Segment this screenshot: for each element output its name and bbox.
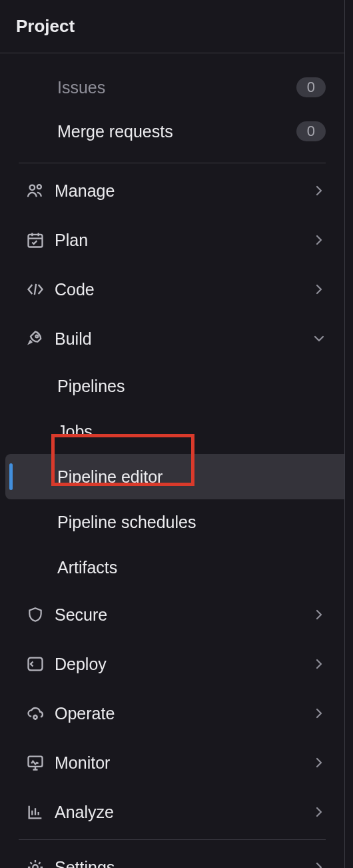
calendar-icon (16, 231, 55, 249)
rocket-icon (16, 329, 55, 348)
issues-count-badge: 0 (296, 77, 326, 97)
nav-build-pipelines[interactable]: Pipelines (0, 363, 344, 409)
nav-settings-label: Settings (55, 858, 310, 869)
nav-build-pipeline-schedules[interactable]: Pipeline schedules (0, 499, 344, 545)
nav-settings[interactable]: Settings (0, 843, 344, 868)
nav-manage[interactable]: Manage (0, 166, 344, 215)
chevron-right-icon (310, 284, 328, 295)
nav-secure-label: Secure (55, 605, 310, 625)
project-title: Project (16, 16, 75, 36)
code-icon (16, 280, 55, 299)
nav-operate-label: Operate (55, 704, 310, 723)
svg-point-7 (33, 865, 37, 868)
deploy-icon (16, 655, 55, 673)
nav-issues[interactable]: Issues 0 (0, 65, 344, 109)
svg-point-1 (37, 185, 41, 189)
svg-point-0 (30, 185, 35, 190)
nav-build-artifacts[interactable]: Artifacts (0, 545, 344, 590)
svg-point-3 (35, 335, 38, 338)
pinned-section: Issues 0 Merge requests 0 (0, 53, 344, 160)
nav-monitor-label: Monitor (55, 753, 310, 773)
nav-merge-requests[interactable]: Merge requests 0 (0, 109, 344, 153)
divider (19, 163, 326, 163)
nav-build-pipeline-schedules-label: Pipeline schedules (57, 513, 196, 532)
nav-operate[interactable]: Operate (0, 689, 344, 738)
nav-build[interactable]: Build (0, 314, 344, 363)
nav-manage-label: Manage (55, 181, 310, 201)
chevron-right-icon (310, 235, 328, 245)
chart-icon (16, 803, 55, 821)
nav-code-label: Code (55, 280, 310, 299)
chevron-right-icon (310, 757, 328, 768)
chevron-down-icon (310, 333, 328, 344)
nav-merge-requests-label: Merge requests (57, 122, 296, 141)
nav-build-label: Build (55, 329, 310, 349)
nav-deploy-label: Deploy (55, 655, 310, 674)
nav-build-jobs-label: Jobs (57, 422, 93, 441)
nav-build-jobs[interactable]: Jobs (0, 409, 344, 454)
chevron-right-icon (310, 659, 328, 669)
svg-rect-2 (29, 235, 43, 247)
nav-analyze[interactable]: Analyze (0, 787, 344, 837)
project-sidebar: Project Issues 0 Merge requests 0 Manage (0, 0, 345, 868)
nav-build-pipeline-editor-label: Pipeline editor (57, 467, 163, 487)
nav-plan[interactable]: Plan (0, 215, 344, 265)
cloud-cog-icon (16, 704, 55, 723)
nav-code[interactable]: Code (0, 265, 344, 314)
nav-monitor[interactable]: Monitor (0, 738, 344, 787)
nav-analyze-label: Analyze (55, 803, 310, 822)
chevron-right-icon (310, 862, 328, 868)
monitor-icon (16, 753, 55, 772)
users-icon (16, 181, 55, 200)
chevron-right-icon (310, 708, 328, 719)
chevron-right-icon (310, 185, 328, 196)
nav-build-pipeline-editor[interactable]: Pipeline editor (5, 454, 344, 499)
shield-icon (16, 605, 55, 624)
nav-secure[interactable]: Secure (0, 590, 344, 639)
nav-build-artifacts-label: Artifacts (57, 558, 117, 577)
chevron-right-icon (310, 609, 328, 620)
chevron-right-icon (310, 807, 328, 817)
nav-build-pipelines-label: Pipelines (57, 377, 125, 396)
sidebar-header: Project (0, 0, 344, 53)
merge-requests-count-badge: 0 (296, 121, 326, 141)
gear-icon (16, 858, 55, 868)
nav-plan-label: Plan (55, 231, 310, 250)
divider (19, 839, 326, 840)
nav-issues-label: Issues (57, 78, 296, 97)
nav-deploy[interactable]: Deploy (0, 639, 344, 689)
